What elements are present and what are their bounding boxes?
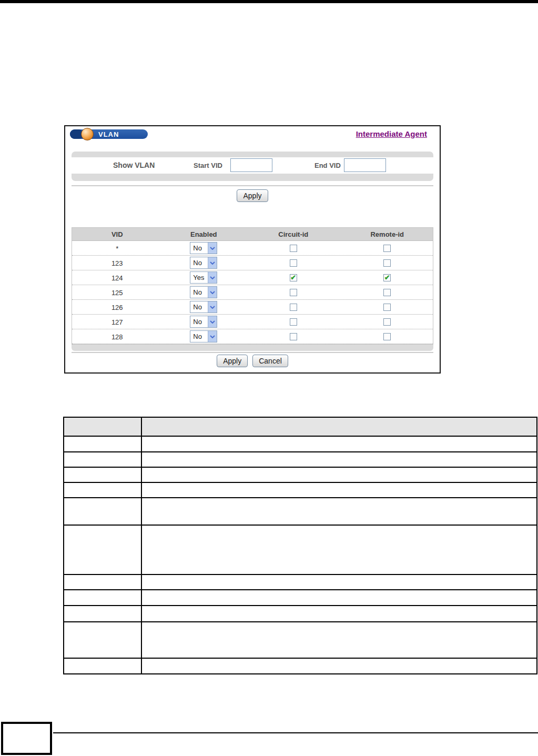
doc-cell: [141, 525, 537, 574]
remote-id-checkbox[interactable]: [383, 333, 391, 340]
vlan-table-row: 128 No: [72, 329, 433, 344]
enabled-dropdown[interactable]: No: [190, 316, 217, 328]
vlan-table-row: 124 Yes: [72, 270, 433, 285]
vid-value: 127: [111, 318, 123, 326]
enabled-dropdown[interactable]: No: [190, 242, 217, 254]
remote-id-checkbox[interactable]: [383, 274, 391, 281]
enabled-dropdown[interactable]: No: [190, 301, 217, 313]
remote-id-checkbox[interactable]: [383, 289, 391, 296]
doc-header-label: [64, 417, 141, 436]
enabled-value: No: [190, 332, 208, 340]
vid-value: 124: [111, 274, 123, 282]
doc-cell: [64, 590, 141, 606]
doc-cell: [64, 622, 141, 658]
remote-id-checkbox[interactable]: [383, 318, 391, 326]
end-vid-input[interactable]: [344, 158, 386, 172]
circuit-id-checkbox[interactable]: [290, 245, 297, 252]
doc-table-row: [64, 658, 537, 674]
doc-cell: [64, 606, 141, 622]
intermediate-agent-link[interactable]: Intermediate Agent: [356, 129, 427, 138]
page-top-rule: [0, 0, 538, 3]
section-divider: [72, 352, 433, 353]
circuit-id-checkbox[interactable]: [290, 289, 297, 296]
col-header-remote-id: Remote-id: [342, 230, 433, 238]
doc-cell: [141, 467, 537, 482]
vid-value: 125: [111, 289, 123, 297]
doc-cell: [64, 452, 141, 467]
col-header-circuit-id: Circuit-id: [245, 230, 341, 238]
enabled-value: Yes: [190, 274, 208, 281]
apply-show-button[interactable]: Apply: [237, 189, 268, 202]
doc-cell: [141, 482, 537, 498]
col-header-vid: VID: [72, 230, 163, 238]
doc-cell: [141, 498, 537, 525]
chevron-down-icon: [208, 316, 217, 327]
doc-cell: [141, 622, 537, 658]
vid-value: 128: [111, 333, 123, 341]
enabled-value: No: [190, 259, 208, 267]
circuit-id-checkbox[interactable]: [290, 274, 297, 281]
chevron-down-icon: [208, 287, 217, 298]
show-vlan-panel: Show VLAN Start VID End VID: [72, 152, 433, 181]
vid-value: 123: [111, 259, 123, 267]
vlan-table-row: 127 No: [72, 315, 433, 329]
enabled-dropdown[interactable]: No: [190, 257, 217, 269]
doc-cell: [64, 525, 141, 574]
doc-table-row: [64, 606, 537, 622]
chevron-down-icon: [208, 301, 217, 313]
doc-table-header-row: [64, 417, 537, 436]
chevron-down-icon: [208, 243, 217, 254]
enabled-value: No: [190, 244, 208, 252]
vlan-table-header: VID Enabled Circuit-id Remote-id: [72, 228, 433, 241]
show-vlan-row: Show VLAN Start VID End VID: [72, 157, 433, 174]
enabled-value: No: [190, 288, 208, 296]
show-vlan-label: Show VLAN: [113, 161, 155, 169]
chevron-down-icon: [208, 331, 217, 342]
circuit-id-checkbox[interactable]: [290, 333, 297, 340]
vlan-table: VID Enabled Circuit-id Remote-id * No 12…: [72, 227, 433, 345]
orange-orb-icon: [81, 128, 94, 140]
doc-cell: [64, 498, 141, 525]
doc-table-row: [64, 622, 537, 658]
enabled-value: No: [190, 318, 208, 326]
page-number-box: [1, 722, 52, 755]
doc-table-row: [64, 590, 537, 606]
enabled-dropdown[interactable]: No: [190, 330, 217, 342]
doc-table-row: [64, 574, 537, 590]
doc-cell: [141, 658, 537, 674]
doc-cell: [64, 574, 141, 590]
vid-value: *: [116, 245, 118, 253]
enabled-dropdown[interactable]: No: [190, 286, 217, 298]
remote-id-checkbox[interactable]: [383, 259, 391, 267]
vlan-table-row: 126 No: [72, 300, 433, 315]
remote-id-checkbox[interactable]: [383, 304, 391, 311]
enabled-value: No: [190, 303, 208, 311]
doc-cell: [141, 574, 537, 590]
doc-cell: [141, 452, 537, 467]
enabled-dropdown[interactable]: Yes: [190, 271, 217, 284]
circuit-id-checkbox[interactable]: [290, 259, 297, 267]
col-header-enabled: Enabled: [163, 230, 246, 238]
doc-table-row: [64, 482, 537, 498]
description-table: [63, 417, 537, 674]
doc-table-row: [64, 436, 537, 452]
start-vid-input[interactable]: [230, 158, 272, 172]
vlan-table-row: 125 No: [72, 285, 433, 300]
doc-table-row: [64, 498, 537, 525]
vlan-table-row: * No: [72, 241, 433, 256]
section-divider: [72, 185, 433, 186]
doc-table-row: [64, 525, 537, 574]
chevron-down-icon: [208, 272, 217, 283]
apply-button[interactable]: Apply: [217, 355, 248, 367]
doc-cell: [64, 436, 141, 452]
vid-value: 126: [111, 304, 123, 311]
doc-table-row: [64, 467, 537, 482]
page-title: VLAN: [98, 130, 119, 138]
vlan-table-row: 123 No: [72, 256, 433, 270]
remote-id-checkbox[interactable]: [383, 245, 391, 252]
doc-cell: [141, 590, 537, 606]
circuit-id-checkbox[interactable]: [290, 318, 297, 326]
cancel-button[interactable]: Cancel: [252, 355, 288, 367]
table-bottom-bar: [72, 345, 433, 351]
circuit-id-checkbox[interactable]: [290, 304, 297, 311]
